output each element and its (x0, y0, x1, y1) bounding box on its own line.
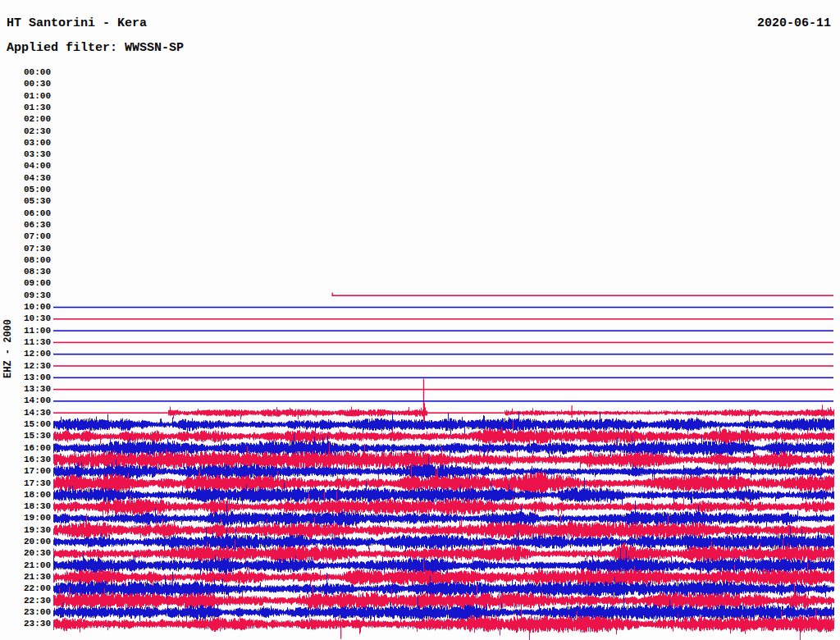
seismogram-trace-canvas (0, 0, 840, 640)
helicorder-page: HT Santorini - Kera 2020-06-11 Applied f… (0, 0, 840, 640)
